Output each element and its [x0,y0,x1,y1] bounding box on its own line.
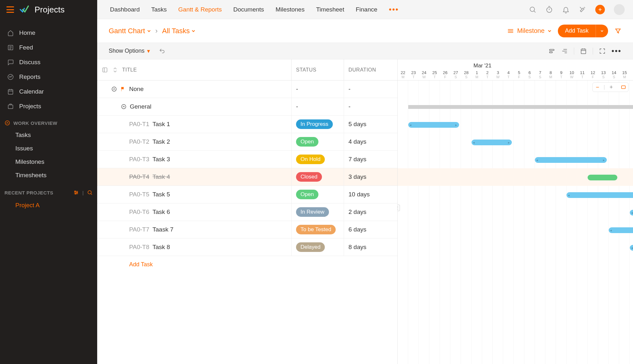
calendar-icon[interactable] [580,48,587,55]
zoom-in-button[interactable]: + [608,84,614,91]
task-row[interactable]: PA0-T4 Task 4 Closed 3 days [97,168,397,186]
col-title[interactable]: TITLE [97,59,292,80]
recent-projects-header: RECENT PROJECTS | [0,182,97,199]
bell-icon[interactable] [562,6,570,13]
tools-icon[interactable] [579,6,586,13]
gantt-bar[interactable]: ◂▸ [609,227,633,233]
task-duration: 4 days [344,133,397,150]
task-row[interactable]: PA0-T1 Task 1 In Progress 5 days [97,116,397,133]
fullscreen-icon[interactable] [599,48,606,55]
more-icon[interactable]: ••• [612,47,621,55]
view-selector-gantt[interactable]: Gantt Chart [109,27,151,35]
svg-rect-13 [581,49,586,54]
fit-icon[interactable] [621,84,626,90]
sidebar-item-projects[interactable]: Projects [0,99,97,114]
search-icon[interactable] [529,6,536,13]
task-row[interactable]: PA0-T2 Task 2 Open 4 days [97,133,397,151]
show-options-dropdown[interactable]: Show Options ▾ [109,48,150,55]
align-icon[interactable] [561,48,568,55]
status-badge[interactable]: On Hold [296,155,325,164]
top-nav: DashboardTasksGantt & ReportsDocumentsMi… [97,0,633,19]
chevron-right-icon: › [155,27,158,35]
bar-rows: ◂▸◂▸◂▸◂▸◂▸◂▸◂▸ [398,80,633,256]
tab-finance[interactable]: Finance [356,6,378,13]
filter-icon[interactable] [614,27,621,34]
group-row-none[interactable]: None - - [97,80,397,98]
day-column: 14S [609,70,619,79]
collapse-icon[interactable] [111,86,117,92]
tab-gantt-reports[interactable]: Gantt & Reports [178,6,222,13]
tab-tasks[interactable]: Tasks [151,6,167,13]
status-badge[interactable]: In Review [296,207,329,217]
task-row[interactable]: PA0-T3 Task 3 On Hold 7 days [97,151,397,168]
col-status[interactable]: STATUS [292,59,344,80]
sidebar-item-milestones[interactable]: Milestones [0,155,97,169]
baseline-icon[interactable] [548,48,555,55]
add-task-more[interactable] [596,25,608,37]
work-overview-list: TasksIssuesMilestonesTimesheets [0,128,97,182]
undo-icon[interactable] [159,48,165,54]
sidebar-item-reports[interactable]: Reports [0,70,97,84]
sidebar-nav: HomeFeedDiscussReportsCalendarProjects [0,19,97,114]
gantt-bar[interactable]: ◂▸ [567,192,633,198]
search-icon[interactable] [87,190,93,195]
task-row[interactable]: PA0-T7 Taask 7 To be Tested 6 days [97,221,397,239]
task-name: Task 4 [152,173,170,180]
main-area: DashboardTasksGantt & ReportsDocumentsMi… [97,0,633,364]
status-badge[interactable]: In Progress [296,119,333,129]
recent-project-item[interactable]: Project A [0,199,97,212]
avatar[interactable] [614,4,625,15]
gantt-table: TITLE STATUS DURATION None - - [97,59,398,364]
zoom-out-button[interactable]: − [595,84,601,91]
status-badge[interactable]: Open [296,190,318,199]
sidebar-item-timesheets[interactable]: Timesheets [0,169,97,182]
sidebar-item-issues[interactable]: Issues [0,142,97,155]
summary-bar[interactable] [408,105,633,109]
task-row[interactable]: PA0-T6 Task 6 In Review 2 days [97,203,397,221]
day-column: 5F [514,70,524,79]
filter-sliders-icon[interactable] [73,190,79,195]
tab-timesheet[interactable]: Timesheet [316,6,344,13]
day-column: 26F [440,70,450,79]
gantt-bar[interactable]: ◂▸ [535,157,607,163]
gantt-timeline[interactable]: Mar '21 22M23T24W25T26F27S28S1M2T3W4T5F6… [398,59,633,364]
gantt-container: TITLE STATUS DURATION None - - [97,59,633,364]
stopwatch-icon[interactable] [545,6,553,13]
task-row[interactable]: PA0-T8 Task 8 Delayed 8 days [97,239,397,256]
group-row-general[interactable]: General - - [97,98,397,116]
global-add-button[interactable] [595,5,605,14]
sidebar-item-home[interactable]: Home [0,26,97,40]
gantt-bar[interactable]: ◂▸ [630,210,633,216]
sidebar-item-tasks[interactable]: Tasks [0,128,97,142]
gantt-bar[interactable] [588,175,617,180]
status-badge[interactable]: Open [296,137,318,147]
status-badge[interactable]: Delayed [296,242,325,252]
work-overview-header[interactable]: WORK OVERVIEW [0,114,97,128]
columns-icon[interactable] [102,67,108,73]
task-id: PA0-T4 [129,173,149,180]
col-duration[interactable]: DURATION [344,59,397,80]
svg-rect-14 [103,68,107,72]
collapse-icon[interactable] [121,104,127,110]
tab-documents[interactable]: Documents [233,6,264,13]
gantt-bar[interactable]: ◂▸ [472,140,512,145]
tab-dashboard[interactable]: Dashboard [110,6,140,13]
task-row[interactable]: PA0-T5 Task 5 Open 10 days [97,186,397,203]
sort-icon[interactable] [112,67,118,73]
tab-milestones[interactable]: Milestones [276,6,305,13]
milestone-dropdown[interactable]: Milestone [507,27,552,34]
more-tabs-icon[interactable]: ••• [389,5,399,14]
gantt-bar[interactable]: ◂▸ [408,122,459,128]
sidebar-item-feed[interactable]: Feed [0,40,97,55]
sidebar-item-discuss[interactable]: Discuss [0,55,97,70]
hamburger-icon[interactable] [6,6,14,13]
add-task-button[interactable]: Add Task [558,25,608,37]
view-selector-tasks[interactable]: All Tasks [162,27,195,35]
add-task-inline[interactable]: Add Task [97,256,397,268]
status-badge[interactable]: To be Tested [296,225,336,234]
status-badge[interactable]: Closed [296,172,322,182]
nav-icon [7,73,14,80]
sidebar-item-calendar[interactable]: Calendar [0,84,97,99]
task-duration: 5 days [344,116,397,133]
gantt-bar[interactable]: ◂▸ [630,245,633,251]
